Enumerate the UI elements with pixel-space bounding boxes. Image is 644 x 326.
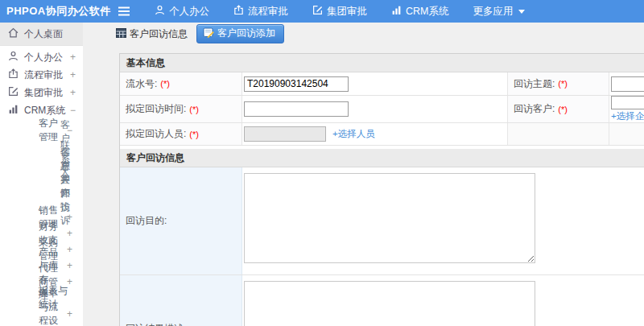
form-row: 流水号: (*) 回访主题: (*) [120, 72, 644, 96]
sidebar: 个人桌面 个人办公 + 流程审批 + [0, 23, 83, 326]
empty-cell [508, 123, 609, 145]
main-content: 客户回访信息 客户回访添加 基本信息 流水号: (*) [83, 23, 644, 326]
visit-customer-label: 回访客户: (*) [508, 96, 609, 122]
visit-add-form: 基本信息 流水号: (*) 回访主题: (*) 拟定回访时间: (*) [119, 53, 644, 326]
visit-subject-label: 回访主题: (*) [508, 72, 609, 95]
table-grid-icon [116, 28, 126, 40]
caret-down-icon [518, 10, 525, 14]
sidebar-item-label: 个人桌面 [24, 27, 63, 41]
expander: − [70, 105, 76, 116]
hamburger-menu-icon[interactable] [118, 6, 132, 17]
required-marker: (*) [189, 105, 199, 114]
sidebar-item-label: 表单与流程设置 [39, 287, 67, 326]
select-staff-link[interactable]: +选择人员 [332, 128, 375, 140]
sidebar-item-personal-desktop[interactable]: 个人桌面 [0, 23, 83, 46]
bar-chart-icon [8, 104, 24, 117]
top-navigation: 个人办公 流程审批 集团审批 [155, 5, 525, 19]
edit-square-icon [312, 5, 323, 18]
section-header-visit-info: 客户回访信息 [120, 149, 644, 167]
visit-purpose-textarea[interactable] [244, 173, 535, 263]
select-company-link[interactable]: +选择企业 [611, 110, 644, 122]
share-up-icon [8, 68, 24, 81]
sidebar-item-label: 个人办公 [24, 51, 63, 64]
visit-customer-input[interactable] [611, 96, 644, 109]
topbar: PHPOA协同办公软件 个人办公 流程审批 [0, 0, 644, 23]
serial-label: 流水号: (*) [120, 72, 242, 95]
visit-purpose-label: 回访目的: [120, 167, 242, 274]
visit-purpose-cell [242, 167, 644, 274]
expander: + [67, 212, 72, 223]
sidebar-item-personal-office[interactable]: 个人办公 + [0, 48, 83, 66]
planned-time-label: 拟定回访时间: (*) [120, 96, 242, 122]
expander: + [67, 228, 72, 239]
nav-crm-system[interactable]: CRM系统 [391, 5, 448, 19]
section-header-basic-info: 基本信息 [120, 54, 644, 72]
home-icon [8, 27, 24, 40]
planned-staff-input[interactable] [244, 126, 326, 142]
sidebar-item-label: CRM系统 [24, 104, 65, 118]
visit-result-textarea[interactable] [244, 281, 535, 326]
expander: + [67, 244, 72, 255]
expander: + [70, 52, 76, 63]
tab-label: 客户回访信息 [130, 27, 188, 41]
sidebar-item-process-approval[interactable]: 流程审批 + [0, 66, 83, 84]
sidebar-item-form-process-settings[interactable]: 表单与流程设置 + [0, 306, 83, 322]
visit-result-cell [242, 275, 644, 326]
visit-customer-cell: +选择企业 [609, 96, 644, 122]
nav-group-approval[interactable]: 集团审批 [312, 5, 367, 19]
planned-staff-label: 拟定回访人员: (*) [120, 123, 242, 145]
expander: + [70, 87, 76, 98]
tab-visit-add[interactable]: 客户回访添加 [196, 24, 284, 43]
app-logo: PHPOA协同办公软件 [0, 4, 113, 19]
expander: + [67, 308, 72, 320]
nav-personal-office[interactable]: 个人办公 [155, 5, 209, 19]
expander: + [70, 69, 76, 80]
user-icon [8, 51, 24, 64]
required-marker: (*) [160, 79, 170, 89]
sidebar-item-group-approval[interactable]: 集团审批 + [0, 84, 83, 101]
nav-label: CRM系统 [406, 5, 448, 19]
visit-result-label: 回访结果描述: [120, 275, 242, 326]
sidebar-item-label: 流程审批 [24, 68, 63, 82]
planned-time-input[interactable] [244, 101, 349, 117]
empty-cell [609, 123, 644, 145]
required-marker: (*) [558, 105, 568, 114]
planned-time-cell [242, 96, 508, 122]
expander: + [67, 260, 72, 271]
visit-subject-input[interactable] [611, 76, 644, 92]
nav-label: 个人办公 [169, 5, 209, 19]
required-marker: (*) [189, 130, 199, 139]
sidebar-item-label: 集团审批 [24, 86, 63, 100]
form-row: 拟定回访时间: (*) 回访客户: (*) +选择企业 [120, 96, 644, 123]
nav-more-apps[interactable]: 更多应用 [473, 5, 525, 19]
person-icon [155, 5, 165, 18]
planned-staff-cell: +选择人员 [242, 123, 508, 145]
tab-visit-info[interactable]: 客户回访信息 [113, 25, 191, 43]
bar-chart-icon [391, 5, 402, 18]
add-record-icon [203, 27, 214, 40]
required-marker: (*) [558, 79, 568, 89]
edit-square-icon [8, 86, 24, 99]
form-row: 回访目的: [120, 167, 644, 275]
serial-cell [242, 72, 508, 95]
tab-bar: 客户回访信息 客户回访添加 [83, 23, 644, 45]
share-up-icon [233, 5, 244, 18]
form-row: 回访结果描述: [120, 275, 644, 326]
form-row: 拟定回访人员: (*) +选择人员 [120, 123, 644, 146]
serial-input[interactable] [244, 76, 349, 92]
visit-subject-cell [609, 72, 644, 95]
nav-process-approval[interactable]: 流程审批 [233, 5, 288, 19]
nav-label: 更多应用 [473, 5, 513, 19]
nav-label: 流程审批 [248, 5, 288, 19]
tab-label: 客户回访添加 [217, 27, 275, 40]
nav-label: 集团审批 [327, 5, 367, 19]
